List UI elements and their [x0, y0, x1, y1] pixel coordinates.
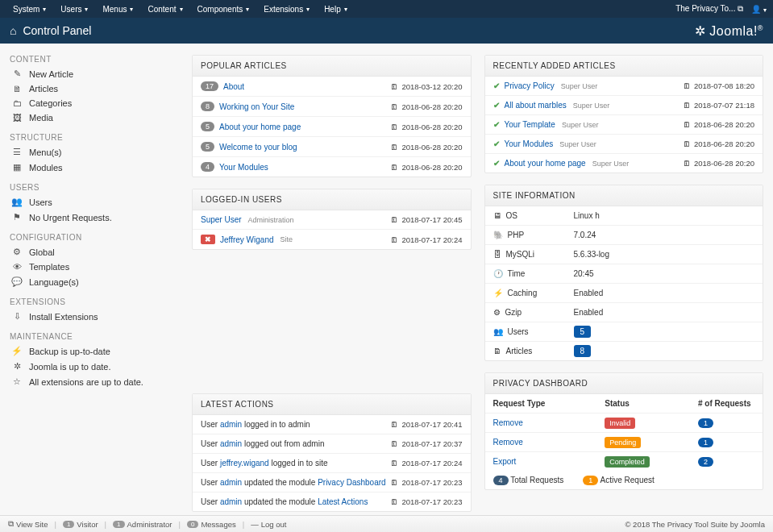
- caret-down-icon: ▾: [306, 6, 310, 13]
- article-link[interactable]: All about marbles: [505, 101, 567, 110]
- request-type-link[interactable]: Remove: [493, 438, 523, 447]
- footer-copyright: © 2018 The Privacy Tool Suite by Joomla: [625, 520, 765, 529]
- footer-visitor[interactable]: 1 Visitor: [63, 520, 98, 529]
- article-link[interactable]: Working on Your Site: [219, 102, 294, 111]
- action-text: User admin updated the module Latest Act…: [201, 497, 368, 506]
- date-label: 2018-06-28 20:20: [694, 139, 754, 148]
- image-icon: 🖼: [11, 113, 23, 123]
- request-type-link[interactable]: Export: [493, 457, 517, 466]
- request-type-link[interactable]: Remove: [493, 418, 523, 427]
- app-name-link[interactable]: The Privacy To... ⧉: [675, 4, 743, 14]
- sidebar-item-categories[interactable]: 🗀Categories: [10, 96, 179, 110]
- sidebar-item-articles[interactable]: 🗎Articles: [10, 81, 179, 96]
- footer-administrator[interactable]: 1 Administrator: [113, 520, 172, 529]
- site-information-panel: SITE INFORMATION 🖥OSLinux h🐘PHP7.0.24🗄My…: [484, 185, 764, 361]
- footer-view-site[interactable]: ⧉ View Site: [8, 519, 48, 529]
- menu-content[interactable]: Content▾: [141, 2, 189, 16]
- popular-articles-panel: POPULAR ARTICLES 17About🗓2018-03-12 20:2…: [192, 55, 472, 177]
- action-row: User jeffrey.wigand logged in to site🗓20…: [193, 454, 471, 473]
- count-badge: 1: [113, 521, 124, 528]
- menu-system[interactable]: System▾: [6, 2, 52, 16]
- download-icon: ⇩: [11, 311, 23, 322]
- date-label: 2018-07-17 20:41: [401, 420, 462, 429]
- logout-user-button[interactable]: ✖: [201, 235, 215, 244]
- sidebar-item-install-extensions[interactable]: ⇩Install Extensions: [10, 309, 179, 324]
- action-link[interactable]: admin: [220, 420, 242, 429]
- menu-components[interactable]: Components▾: [191, 2, 256, 16]
- privacy-row: RemoveInvalid1: [485, 414, 763, 433]
- date-label: 2018-07-07 21:18: [694, 101, 754, 110]
- action-link[interactable]: jeffrey.wigand: [220, 459, 269, 468]
- info-row: 🐘PHP7.0.24: [485, 226, 763, 245]
- sidebar-item-backup[interactable]: ⚡Backup is up-to-date: [10, 343, 179, 359]
- article-link[interactable]: Your Template: [505, 120, 555, 129]
- date-label: 2018-06-28 20:20: [401, 102, 462, 111]
- article-link[interactable]: About your home page: [505, 159, 586, 168]
- sidebar-item-users[interactable]: 👥Users: [10, 194, 179, 210]
- panel-title: PRIVACY DASHBOARD: [485, 373, 763, 394]
- info-value: 20:45: [574, 269, 755, 278]
- action-row: User admin logged out from admin🗓2018-07…: [193, 434, 471, 454]
- menu-extensions[interactable]: Extensions▾: [257, 2, 316, 16]
- info-key: MySQLi: [506, 250, 535, 259]
- action-link[interactable]: Latest Actions: [318, 497, 368, 506]
- menu-menus[interactable]: Menus▾: [96, 2, 139, 16]
- check-icon: ✔: [493, 120, 500, 129]
- date-label: 2018-06-28 20:20: [401, 123, 462, 131]
- caret-down-icon: ▾: [85, 6, 88, 13]
- cube-icon: ▦: [11, 162, 23, 172]
- article-row: 17About🗓2018-03-12 20:20: [193, 77, 471, 97]
- article-link[interactable]: Welcome to your blog: [219, 143, 297, 152]
- action-link[interactable]: admin: [220, 478, 242, 487]
- user-menu[interactable]: 👤 ▾: [751, 5, 767, 14]
- sidebar-item-global[interactable]: ⚙Global: [10, 244, 179, 260]
- article-link[interactable]: Privacy Policy: [505, 81, 555, 90]
- info-value: 5.6.33-log: [574, 250, 755, 259]
- info-row: 🕐Time20:45: [485, 264, 763, 284]
- user-icon: 👤: [751, 5, 761, 14]
- hit-count-badge: 17: [201, 81, 218, 91]
- user-link[interactable]: Super User: [201, 215, 242, 224]
- calendar-icon: 🗓: [683, 139, 691, 148]
- action-row: User admin logged in to admin🗓2018-07-17…: [193, 415, 471, 434]
- date-label: 2018-07-17 20:37: [401, 439, 462, 448]
- info-icon: 🐘: [493, 231, 503, 239]
- date-label: 2018-03-12 20:20: [401, 82, 462, 91]
- footer-messages[interactable]: 0 Messages: [187, 520, 236, 529]
- article-link[interactable]: Your Modules: [219, 163, 268, 172]
- sidebar-item-languages[interactable]: 💬Language(s): [10, 274, 179, 289]
- sidebar-item-templates[interactable]: 👁Templates: [10, 260, 179, 274]
- panel-title: LATEST ACTIONS: [193, 394, 471, 415]
- info-value: Enabled: [574, 308, 755, 317]
- joomla-icon: ✲: [11, 361, 23, 372]
- menu-users[interactable]: Users▾: [54, 2, 94, 16]
- sidebar-item-new-article[interactable]: ✎New Article: [10, 66, 179, 81]
- page-title: ⌂ Control Panel: [10, 24, 91, 37]
- article-link[interactable]: Your Modules: [505, 139, 554, 148]
- sidebar-item-urgent-requests[interactable]: ⚑No Urgent Requests.: [10, 210, 179, 225]
- info-row: 🗎Articles8: [485, 342, 763, 360]
- sidebar-item-modules[interactable]: ▦Modules: [10, 160, 179, 175]
- star-icon: ☆: [11, 376, 23, 387]
- check-icon: ✔: [493, 101, 500, 110]
- sidebar-item-joomla-update[interactable]: ✲Joomla is up to date.: [10, 359, 179, 374]
- footer-logout[interactable]: — Log out: [251, 520, 286, 529]
- sidebar-item-menus[interactable]: ☰Menu(s): [10, 144, 179, 160]
- info-value: 7.0.24: [574, 231, 755, 239]
- user-link[interactable]: Jeffrey Wigand: [220, 235, 274, 244]
- action-link[interactable]: Privacy Dashboard: [318, 478, 385, 487]
- article-link[interactable]: About your home page: [219, 123, 301, 131]
- sidebar-section-configuration: CONFIGURATION: [10, 233, 179, 242]
- action-link[interactable]: admin: [220, 497, 242, 506]
- date-label: 2018-07-17 20:45: [401, 215, 462, 224]
- sidebar-item-ext-update[interactable]: ☆All extensions are up to date.: [10, 374, 179, 389]
- panel-title: POPULAR ARTICLES: [193, 56, 471, 77]
- action-link[interactable]: admin: [220, 439, 242, 448]
- menu-help[interactable]: Help▾: [318, 2, 354, 16]
- info-value: 5: [574, 327, 755, 336]
- privacy-row: RemovePending1: [485, 433, 763, 452]
- status-badge: Completed: [605, 456, 650, 468]
- sidebar-item-media[interactable]: 🖼Media: [10, 110, 179, 125]
- author-label: Super User: [592, 160, 630, 168]
- article-link[interactable]: About: [223, 82, 244, 91]
